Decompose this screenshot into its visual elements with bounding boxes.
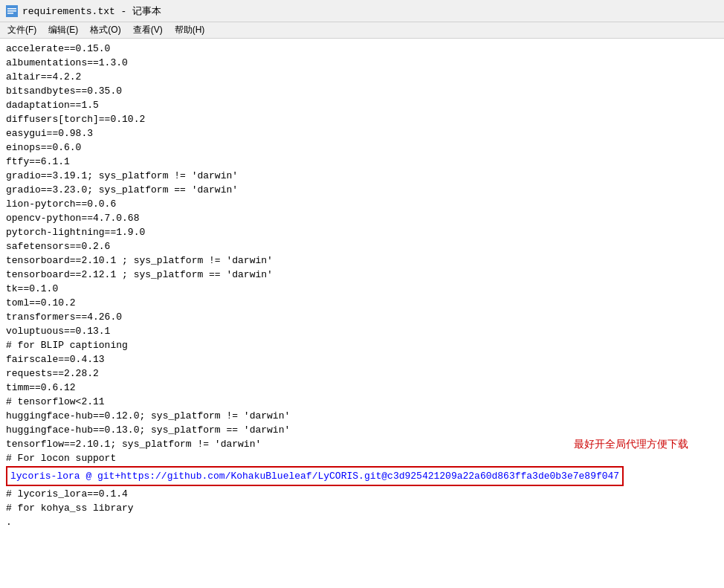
line-15: safetensors==0.2.6 [6, 239, 718, 253]
menu-view[interactable]: 查看(V) [127, 22, 169, 38]
line-2: albumentations==1.3.0 [6, 56, 718, 70]
annotation-text: 最好开全局代理方便下载 [574, 437, 688, 451]
locon-package-box: lycoris-lora @ git+https://github.com/Ko… [6, 466, 624, 486]
title-bar: requirements.txt - 记事本 [0, 0, 724, 22]
footer-line-2: # for kohya_ss library [6, 501, 718, 515]
footer-line-1: # lycoris_lora==0.1.4 [6, 487, 718, 501]
svg-rect-2 [7, 10, 16, 12]
menu-help[interactable]: 帮助(H) [169, 22, 211, 38]
line-4: bitsandbytes==0.35.0 [6, 84, 718, 98]
svg-rect-3 [7, 13, 13, 14]
locon-package: lycoris-lora @ git+https://github.com/Ko… [10, 469, 619, 483]
line-9: ftfy==6.1.1 [6, 155, 718, 169]
menu-format[interactable]: 格式(O) [84, 22, 126, 38]
line-25: huggingface-hub==0.12.0; sys_platform !=… [6, 409, 718, 423]
line-tf-comment: # tensorflow<2.11 [6, 395, 718, 409]
line-23: requests==2.28.2 [6, 366, 718, 381]
svg-rect-1 [7, 8, 16, 10]
menu-bar: 文件(F) 编辑(E) 格式(O) 查看(V) 帮助(H) [0, 22, 724, 39]
line-8: einops==0.6.0 [6, 140, 718, 155]
line-3: altair==4.2.2 [6, 70, 718, 84]
menu-edit[interactable]: 编辑(E) [42, 22, 84, 38]
line-20: transformers==4.26.0 [6, 310, 718, 324]
locon-comment: # For locon support [6, 451, 718, 465]
line-7: easygui==0.98.3 [6, 126, 718, 140]
tensorflow-row: tensorflow==2.10.1; sys_platform != 'dar… [6, 437, 718, 451]
window-title: requirements.txt - 记事本 [22, 4, 161, 18]
line-5: dadaptation==1.5 [6, 98, 718, 112]
line-16: tensorboard==2.10.1 ; sys_platform != 'd… [6, 253, 718, 268]
line-blip-comment: # for BLIP captioning [6, 338, 718, 352]
line-10: gradio==3.19.1; sys_platform != 'darwin' [6, 169, 718, 183]
line-6: diffusers[torch]==0.10.2 [6, 112, 718, 126]
footer-line-4: . [6, 515, 718, 529]
line-11: gradio==3.23.0; sys_platform == 'darwin' [6, 183, 718, 197]
menu-file[interactable]: 文件(F) [1, 22, 42, 38]
app-icon [6, 5, 18, 17]
line-12: lion-pytorch==0.0.6 [6, 197, 718, 211]
line-21: voluptuous==0.13.1 [6, 324, 718, 338]
line-18: tk==0.1.0 [6, 282, 718, 296]
line-17: tensorboard==2.12.1 ; sys_platform == 'd… [6, 268, 718, 282]
line-13: opencv-python==4.7.0.68 [6, 211, 718, 225]
line-22: fairscale==0.4.13 [6, 352, 718, 366]
line-24: timm==0.6.12 [6, 381, 718, 395]
text-content[interactable]: accelerate==0.15.0 albumentations==1.3.0… [0, 39, 724, 588]
line-1: accelerate==0.15.0 [6, 42, 718, 56]
line-14: pytorch-lightning==1.9.0 [6, 225, 718, 239]
line-19: toml==0.10.2 [6, 296, 718, 310]
line-26: huggingface-hub==0.13.0; sys_platform ==… [6, 423, 718, 437]
